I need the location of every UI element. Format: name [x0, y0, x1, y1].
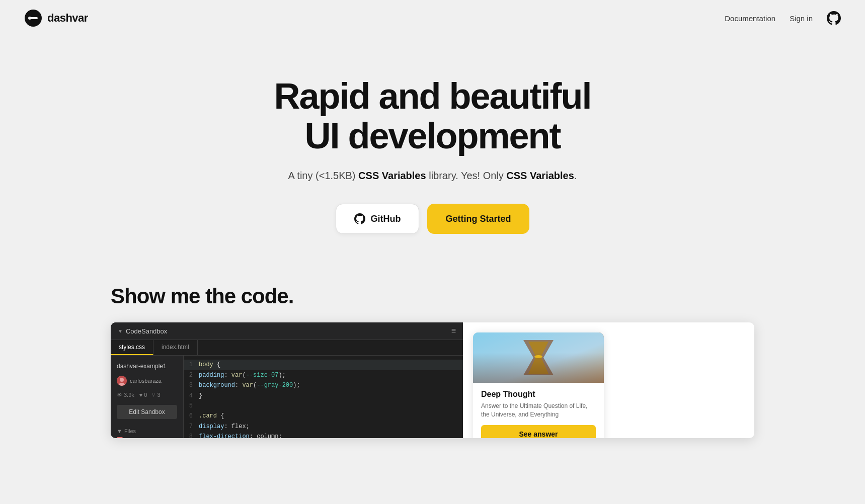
csb-project-name: dashvar-example1: [111, 361, 183, 374]
card-body: Deep Thought Answer to the Ultimate Ques…: [473, 383, 604, 438]
code-line-7: 7 display: flex;: [184, 422, 463, 432]
signin-link[interactable]: Sign in: [790, 14, 813, 23]
github-nav-icon[interactable]: [827, 11, 841, 25]
card-preview-description: Answer to the Ultimate Question of Life,…: [481, 402, 596, 419]
csb-files-section: ▼ Files deep-thought.jpg: [111, 424, 183, 438]
csb-user: carlosbaraza: [111, 374, 183, 390]
triangle-files-icon: ▼: [117, 428, 122, 434]
csb-panel-title: CodeSandbox: [126, 327, 167, 335]
documentation-link[interactable]: Documentation: [725, 14, 775, 23]
csb-header: ▼ CodeSandbox ≡: [111, 322, 463, 340]
csb-sidebar: dashvar-example1 carlosbaraza: [111, 356, 184, 438]
tab-styles-css[interactable]: styles.css: [111, 340, 153, 355]
navbar: dashvar Documentation Sign in: [0, 0, 865, 36]
preview-panel: Deep Thought Answer to the Ultimate Ques…: [463, 322, 754, 438]
code-line-6: 6 .card {: [184, 411, 463, 421]
getting-started-button[interactable]: Getting Started: [427, 204, 529, 234]
code-line-1: 1 body {: [184, 360, 463, 370]
csb-code-area: 1 body { 2 padding: var(--size-07); 3 ba…: [184, 356, 463, 438]
csb-content: dashvar-example1 carlosbaraza: [111, 356, 463, 438]
card-image: [473, 332, 604, 383]
subtitle-middle: library. Yes! Only: [426, 170, 507, 181]
demo-container: ▼ CodeSandbox ≡ styles.css index.html da…: [111, 322, 754, 438]
edit-sandbox-button[interactable]: Edit Sandbox: [117, 405, 177, 419]
preview-content: Deep Thought Answer to the Ultimate Ques…: [463, 322, 754, 438]
github-btn-label: GitHub: [370, 214, 401, 224]
codesandbox-panel: ▼ CodeSandbox ≡ styles.css index.html da…: [111, 322, 463, 438]
subtitle-prefix: A tiny (<1.5KB): [288, 170, 359, 181]
section-title: Show me the code.: [111, 284, 754, 308]
code-line-8: 8 flex-direction: column;: [184, 432, 463, 438]
subtitle-suffix: .: [574, 170, 577, 181]
avatar-icon: [117, 376, 127, 386]
logo-text: dashvar: [47, 12, 88, 25]
nav-links: Documentation Sign in: [725, 11, 841, 25]
code-section: Show me the code. ▼ CodeSandbox ≡ styles…: [0, 264, 865, 438]
csb-file-item[interactable]: deep-thought.jpg: [117, 436, 177, 438]
svg-point-2: [28, 17, 31, 20]
csb-likes: ♥ 0: [139, 392, 147, 398]
eye-icon: 👁: [117, 392, 122, 398]
card-image-overlay: [473, 353, 604, 383]
csb-views: 👁 3.9k: [117, 392, 134, 398]
code-line-3: 3 background: var(--gray-200);: [184, 380, 463, 390]
csb-menu-icon[interactable]: ≡: [451, 326, 456, 335]
hero-title: Rapid and beautiful UI development: [257, 76, 609, 156]
fork-icon: ⑂: [152, 392, 155, 398]
code-line-4: 4 }: [184, 391, 463, 401]
svg-point-4: [120, 378, 124, 382]
card-preview-title: Deep Thought: [481, 390, 596, 399]
tab-index-html[interactable]: index.html: [153, 340, 198, 355]
nav-logo-group: dashvar: [24, 9, 88, 27]
github-button[interactable]: GitHub: [336, 204, 419, 234]
csb-files-header: ▼ Files: [117, 428, 177, 434]
csb-avatar: [117, 376, 127, 386]
csb-header-left: ▼ CodeSandbox: [118, 327, 167, 335]
card-preview: Deep Thought Answer to the Ultimate Ques…: [473, 332, 604, 438]
csb-tabs: styles.css index.html: [111, 340, 463, 356]
dashvar-logo-icon: [24, 9, 42, 27]
code-line-5: 5: [184, 401, 463, 411]
hero-section: Rapid and beautiful UI development A tin…: [0, 36, 865, 264]
see-answer-button[interactable]: See answer: [481, 425, 596, 438]
github-btn-icon: [354, 213, 365, 224]
code-line-2: 2 padding: var(--size-07);: [184, 370, 463, 380]
subtitle-bold1: CSS Variables: [358, 170, 426, 181]
csb-username: carlosbaraza: [130, 378, 162, 384]
getting-started-label: Getting Started: [445, 214, 511, 224]
csb-triangle-icon: ▼: [118, 328, 123, 334]
subtitle-bold2: CSS Variables: [506, 170, 574, 181]
heart-icon: ♥: [139, 392, 143, 398]
csb-forks: ⑂ 3: [152, 392, 160, 398]
file-icon: [117, 437, 123, 438]
hero-buttons: GitHub Getting Started: [24, 204, 841, 234]
csb-stats: 👁 3.9k ♥ 0 ⑂ 3: [111, 390, 183, 403]
hero-subtitle: A tiny (<1.5KB) CSS Variables library. Y…: [24, 170, 841, 182]
